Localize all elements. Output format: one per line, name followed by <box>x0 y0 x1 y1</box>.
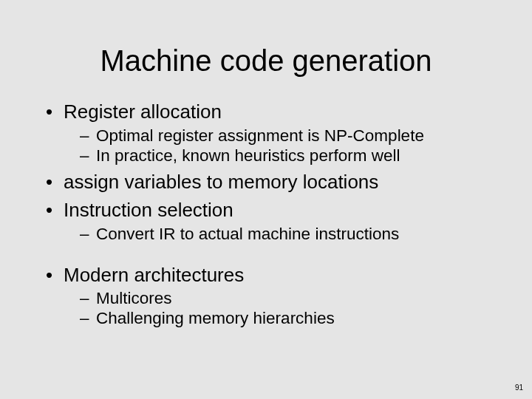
slide-title: Machine code generation <box>37 44 495 78</box>
slide: Machine code generation Register allocat… <box>0 0 532 399</box>
spacer <box>44 244 480 259</box>
page-number: 91 <box>515 383 523 392</box>
subbullet-multicores: Multicores <box>44 288 480 308</box>
subbullet-np-complete: Optimal register assignment is NP-Comple… <box>44 126 480 146</box>
bullet-register-allocation: Register allocation <box>44 100 480 124</box>
slide-content: Register allocation Optimal register ass… <box>37 100 495 328</box>
subbullet-heuristics: In practice, known heuristics perform we… <box>44 146 480 166</box>
bullet-assign-memory: assign variables to memory locations <box>44 170 480 194</box>
bullet-instruction-selection: Instruction selection <box>44 198 480 222</box>
subbullet-memory-hierarchies: Challenging memory hierarchies <box>44 308 480 328</box>
bullet-modern-architectures: Modern architectures <box>44 263 480 287</box>
subbullet-convert-ir: Convert IR to actual machine instruction… <box>44 224 480 244</box>
